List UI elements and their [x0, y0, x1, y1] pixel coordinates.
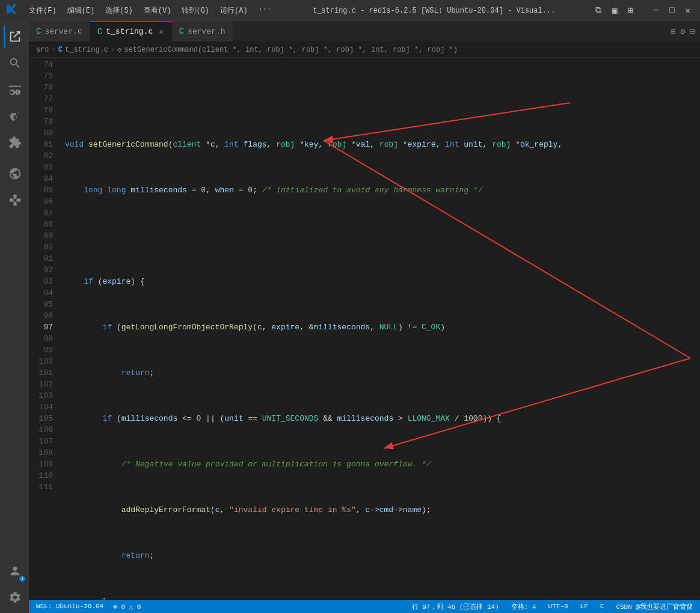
ln-97: 97 [29, 322, 53, 333]
close-button[interactable]: ✕ [682, 4, 694, 17]
toggle-panel-icon[interactable]: ⊟ [690, 26, 695, 37]
code-line-79: if (getLongLongFromObjectOrReply(c, expi… [65, 322, 700, 333]
tab-label-server-c: server.c [45, 27, 82, 36]
ln-91: 91 [29, 253, 53, 264]
tab-server-c[interactable]: C server.c [29, 21, 90, 41]
breadcrumb-function[interactable]: setGenericCommand(client *, int, robj *,… [124, 46, 458, 54]
ln-79: 79 [29, 116, 53, 127]
code-line-85: } [65, 596, 700, 600]
breadcrumb-sep1: › [52, 46, 56, 54]
tab-server-h[interactable]: C server.h [172, 21, 233, 41]
tab-icon-server-c: C [36, 26, 41, 36]
menu-more[interactable]: ··· [254, 4, 277, 17]
window-layout2-icon[interactable]: ▣ [609, 4, 621, 17]
tab-bar: C server.c C t_string.c ✕ C server.h ⊞ ⚙… [29, 21, 700, 42]
activity-remote[interactable] [4, 163, 25, 185]
ln-85: 85 [29, 185, 53, 196]
tab-icon-t-string-c: C [97, 27, 102, 37]
activity-explorer[interactable] [4, 26, 25, 47]
code-line-83: addReplyErrorFormat(c, "invalid expire t… [65, 504, 700, 516]
ln-87: 87 [29, 207, 53, 219]
window-layouts-icon[interactable]: ⧉ [592, 4, 605, 17]
avatar-button[interactable]: 1 [4, 560, 25, 582]
menu-view[interactable]: 查看(V) [139, 4, 176, 17]
ln-93: 93 [29, 276, 53, 287]
status-right: 行 97，列 46 (已选择 14) 空格: 4 UTF-8 LF C CSDN… [410, 602, 695, 611]
breadcrumb-sep2: › [111, 46, 115, 54]
ln-101: 101 [29, 367, 53, 379]
activity-extensions[interactable] [4, 132, 25, 153]
ln-81: 81 [29, 139, 53, 150]
more-actions-icon[interactable]: ⚙ [680, 26, 685, 37]
maximize-button[interactable]: □ [666, 4, 678, 17]
ln-89: 89 [29, 230, 53, 242]
tab-close-t-string-c[interactable]: ✕ [159, 26, 164, 37]
tab-label-server-h: server.h [188, 27, 225, 36]
status-language[interactable]: C [598, 603, 607, 610]
ln-95: 95 [29, 299, 53, 310]
activity-bottom: 1 [4, 560, 25, 613]
ln-75: 75 [29, 70, 53, 82]
code-line-76: long long milliseconds = 0, when = 0; /*… [65, 185, 700, 196]
code-line-81: if (milliseconds <= 0 || (unit == UNIT_S… [65, 413, 700, 424]
ln-103: 103 [29, 390, 53, 401]
tab-actions: ⊞ ⚙ ⊟ [666, 21, 700, 41]
menu-goto[interactable]: 转到(G) [177, 4, 214, 17]
tab-t-string-c[interactable]: C t_string.c ✕ [90, 21, 172, 41]
main-layout: 1 C server.c C t_string.c [0, 21, 700, 613]
ln-108: 108 [29, 447, 53, 459]
status-spaces[interactable]: 空格: 4 [509, 602, 539, 611]
ln-111: 111 [29, 481, 53, 493]
vscode-icon [6, 4, 17, 17]
app-container: 文件(F) 编辑(E) 选择(S) 查看(V) 转到(G) 运行(A) ··· … [0, 0, 700, 613]
breadcrumb-src[interactable]: src [36, 46, 49, 54]
ln-78: 78 [29, 105, 53, 116]
activity-debug[interactable] [4, 105, 25, 127]
tab-icon-server-h: C [179, 26, 184, 36]
activity-settings[interactable] [4, 587, 25, 608]
menu-select[interactable]: 选择(S) [100, 4, 138, 17]
ln-98: 98 [29, 333, 53, 344]
ln-105: 105 [29, 413, 53, 424]
status-position[interactable]: 行 97，列 46 (已选择 14) [410, 602, 502, 611]
activity-search[interactable] [4, 52, 25, 74]
status-eol[interactable]: LF [578, 603, 591, 610]
titlebar: 文件(F) 编辑(E) 选择(S) 查看(V) 转到(G) 运行(A) ··· … [0, 0, 700, 21]
menu-run[interactable]: 运行(A) [215, 4, 253, 17]
breadcrumb-c-icon: C [58, 46, 63, 54]
ln-77: 77 [29, 93, 53, 105]
menu-file[interactable]: 文件(F) [24, 4, 61, 17]
ln-100: 100 [29, 356, 53, 367]
window-layout3-icon[interactable]: ⊞ [624, 4, 636, 17]
status-wsl[interactable]: WSL: Ubuntu-20.04 [34, 603, 106, 610]
status-encoding[interactable]: UTF-8 [546, 603, 571, 610]
ln-74: 74 [29, 59, 53, 70]
tab-spacer [233, 21, 666, 41]
code-line-78: if (expire) { [65, 276, 700, 287]
breadcrumb-diamond-icon: ◇ [117, 45, 121, 54]
code-line-75: void setGenericCommand(client *c, int fl… [65, 139, 700, 150]
ln-84: 84 [29, 173, 53, 185]
code-editor[interactable]: 74 75 76 77 78 79 80 81 82 83 84 85 86 8… [29, 58, 700, 600]
editor-area: C server.c C t_string.c ✕ C server.h ⊞ ⚙… [29, 21, 700, 613]
ln-83: 83 [29, 162, 53, 173]
activity-scm[interactable] [4, 79, 25, 100]
breadcrumb-file[interactable]: t_string.c [65, 46, 108, 54]
code-line-77 [65, 230, 700, 242]
ln-86: 86 [29, 196, 53, 207]
ln-107: 107 [29, 436, 53, 447]
activity-gamepad[interactable] [4, 189, 25, 211]
code-line-74 [65, 93, 700, 105]
minimize-button[interactable]: ─ [650, 4, 662, 17]
ln-96: 96 [29, 310, 53, 322]
ln-99: 99 [29, 344, 53, 356]
split-editor-icon[interactable]: ⊞ [671, 26, 675, 37]
ln-104: 104 [29, 401, 53, 413]
ln-109: 109 [29, 459, 53, 470]
menu-edit[interactable]: 编辑(E) [63, 4, 100, 17]
notification-badge: 1 [19, 576, 25, 582]
ln-90: 90 [29, 242, 53, 253]
code-content[interactable]: void setGenericCommand(client *c, int fl… [59, 58, 700, 600]
status-bar: WSL: Ubuntu-20.04 ⊗ 0 △ 0 行 97，列 46 (已选择… [29, 600, 700, 613]
status-errors[interactable]: ⊗ 0 △ 0 [111, 603, 143, 611]
